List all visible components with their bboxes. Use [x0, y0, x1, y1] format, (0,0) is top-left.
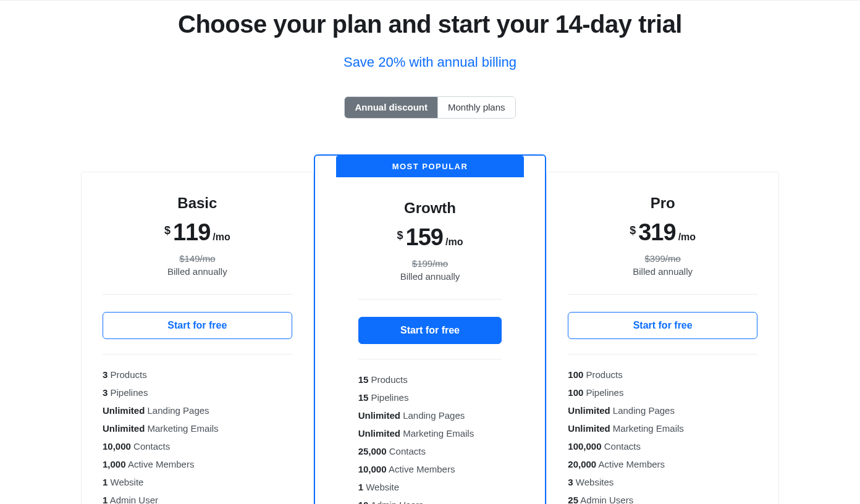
price-per: /mo	[213, 232, 230, 242]
feature-item: 3 Products	[103, 369, 292, 380]
feature-item: 25 Admin Users	[568, 495, 757, 504]
plan-pro: Pro $319/mo $399/mo Billed annually Star…	[546, 172, 779, 504]
feature-item: 15 Products	[358, 374, 502, 385]
plan-strike-price: $149/mo	[103, 253, 292, 264]
feature-item: Unlimited Landing Pages	[358, 410, 502, 421]
billing-toggle: Annual discount Monthly plans	[344, 96, 515, 119]
plan-name: Growth	[358, 200, 502, 217]
feature-item: Unlimited Marketing Emails	[568, 423, 757, 434]
page-subtitle: Save 20% with annual billing	[12, 54, 848, 70]
currency: $	[630, 224, 636, 237]
plan-name: Basic	[103, 195, 292, 212]
price-per: /mo	[445, 237, 463, 247]
start-free-button[interactable]: Start for free	[103, 312, 292, 339]
page-title: Choose your plan and start your 14-day t…	[12, 10, 848, 38]
feature-item: 15 Pipelines	[358, 392, 502, 403]
plan-basic: Basic $119/mo $149/mo Billed annually St…	[81, 172, 314, 504]
start-free-button[interactable]: Start for free	[568, 312, 757, 339]
plan-name: Pro	[568, 195, 757, 212]
billed-note: Billed annually	[103, 266, 292, 277]
feature-item: 100 Products	[568, 369, 757, 380]
feature-item: Unlimited Marketing Emails	[103, 423, 292, 434]
price-per: /mo	[678, 232, 696, 242]
plan-growth: MOST POPULAR Growth $159/mo $199/mo Bill…	[314, 154, 547, 504]
feature-item: 100,000 Contacts	[568, 441, 757, 452]
feature-item: 3 Pipelines	[103, 387, 292, 398]
start-free-button[interactable]: Start for free	[358, 317, 502, 344]
feature-item: 10,000 Contacts	[103, 441, 292, 452]
plan-price: 159	[406, 224, 443, 250]
feature-list: 15 Products 15 Pipelines Unlimited Landi…	[358, 374, 502, 504]
most-popular-badge: MOST POPULAR	[336, 156, 525, 177]
feature-list: 3 Products 3 Pipelines Unlimited Landing…	[103, 369, 292, 504]
currency: $	[397, 229, 403, 242]
feature-item: 1,000 Active Members	[103, 459, 292, 469]
toggle-annual[interactable]: Annual discount	[345, 97, 437, 118]
feature-item: 3 Websites	[568, 477, 757, 487]
plan-strike-price: $199/mo	[358, 258, 502, 269]
feature-item: 1 Admin User	[103, 495, 292, 504]
billed-note: Billed annually	[568, 266, 757, 277]
feature-item: 10,000 Active Members	[358, 464, 502, 474]
feature-item: 100 Pipelines	[568, 387, 757, 398]
billed-note: Billed annually	[358, 271, 502, 282]
plan-price: 119	[173, 219, 210, 245]
pricing-plans: Basic $119/mo $149/mo Billed annually St…	[81, 154, 779, 504]
feature-item: 1 Website	[358, 482, 502, 492]
feature-list: 100 Products 100 Pipelines Unlimited Lan…	[568, 369, 757, 504]
feature-item: Unlimited Landing Pages	[103, 405, 292, 416]
feature-item: 25,000 Contacts	[358, 446, 502, 456]
plan-strike-price: $399/mo	[568, 253, 757, 264]
toggle-monthly[interactable]: Monthly plans	[437, 97, 515, 118]
currency: $	[164, 224, 171, 237]
feature-item: Unlimited Marketing Emails	[358, 428, 502, 439]
feature-item: 20,000 Active Members	[568, 459, 757, 469]
feature-item: 10 Admin Users	[358, 500, 502, 504]
feature-item: Unlimited Landing Pages	[568, 405, 757, 416]
plan-price: 319	[638, 219, 675, 245]
feature-item: 1 Website	[103, 477, 292, 487]
